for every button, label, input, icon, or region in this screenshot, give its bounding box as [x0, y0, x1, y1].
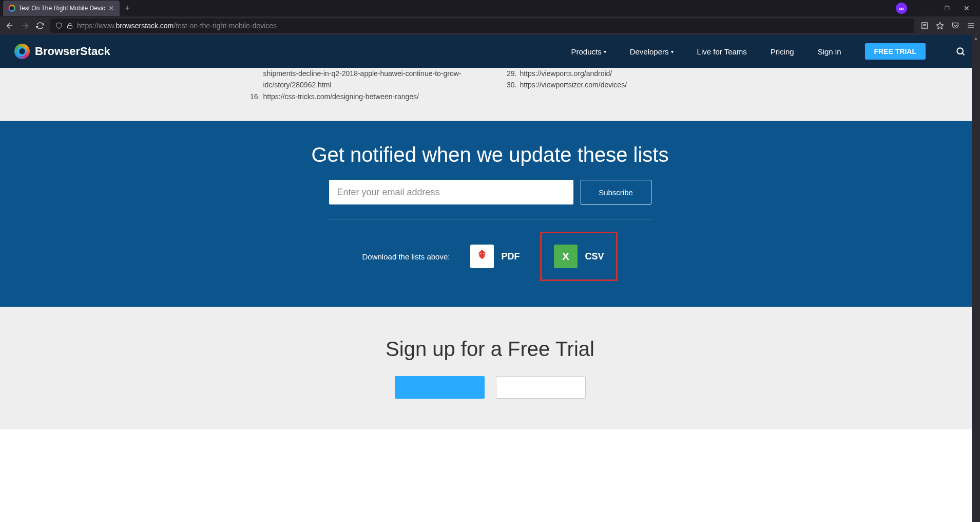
reference-item: 30. https://viewportsizer.com/devices/: [506, 79, 732, 90]
csv-icon: X: [554, 245, 578, 268]
minimize-icon[interactable]: —: [923, 5, 933, 11]
signup-secondary-button[interactable]: [496, 376, 586, 399]
email-input[interactable]: [329, 180, 573, 204]
nav-developers[interactable]: Developers▾: [630, 47, 674, 56]
site-header: BrowserStack Products▾ Developers▾ Live …: [0, 35, 980, 68]
svg-point-9: [957, 48, 963, 54]
close-window-icon[interactable]: ✕: [962, 4, 972, 12]
notify-heading: Get notified when we update these lists: [0, 143, 980, 166]
reference-link[interactable]: https://css-tricks.com/designing-between…: [263, 91, 419, 102]
maximize-icon[interactable]: ❐: [942, 5, 952, 12]
nav-live-teams[interactable]: Live for Teams: [697, 47, 747, 56]
page-content: BrowserStack Products▾ Developers▾ Live …: [0, 35, 980, 522]
pocket-icon[interactable]: [951, 22, 959, 30]
subscribe-button[interactable]: Subscribe: [581, 180, 651, 204]
lock-icon: [67, 23, 73, 29]
nav-right: [920, 22, 975, 30]
scrollbar[interactable]: ▲: [972, 35, 980, 522]
tab-favicon-icon: [8, 5, 15, 12]
extension-icon[interactable]: ∞: [896, 3, 907, 14]
reference-link[interactable]: shipments-decline-in-q2-2018-apple-huawe…: [263, 68, 475, 91]
svg-line-10: [963, 53, 965, 55]
url-bar[interactable]: https://www.browserstack.com/test-on-the…: [50, 18, 914, 33]
nav-products[interactable]: Products▾: [571, 47, 606, 56]
reference-item: 16. https://css-tricks.com/designing-bet…: [249, 91, 475, 102]
chevron-down-icon: ▾: [671, 49, 674, 54]
url-text: https://www.browserstack.com/test-on-the…: [77, 22, 277, 30]
reference-item: 29. https://viewports.org/android/: [506, 68, 732, 79]
nav-pricing[interactable]: Pricing: [771, 47, 794, 56]
logo[interactable]: BrowserStack: [14, 44, 110, 59]
tab-bar: Test On The Right Mobile Devic ✕ + ∞ — ❐…: [0, 0, 980, 16]
references-section: shipments-decline-in-q2-2018-apple-huawe…: [0, 68, 980, 121]
bookmark-icon[interactable]: [936, 22, 944, 30]
svg-rect-0: [68, 26, 72, 29]
forward-button[interactable]: [21, 21, 30, 30]
back-button[interactable]: [5, 21, 14, 30]
download-label: Download the lists above:: [362, 252, 450, 261]
close-tab-icon[interactable]: ✕: [108, 4, 114, 12]
shield-icon: [55, 22, 63, 29]
notify-form: Subscribe: [0, 180, 980, 204]
menu-icon[interactable]: [967, 22, 975, 30]
tab-title: Test On The Right Mobile Devic: [18, 5, 105, 12]
new-tab-button[interactable]: +: [125, 3, 130, 14]
download-row: Download the lists above: PDF X CSV: [0, 232, 980, 281]
search-icon[interactable]: [955, 46, 966, 57]
nav-menu: Products▾ Developers▾ Live for Teams Pri…: [571, 43, 966, 60]
nav-sign-in[interactable]: Sign in: [818, 47, 841, 56]
reload-button[interactable]: [36, 22, 44, 30]
svg-marker-5: [936, 22, 943, 29]
free-trial-button[interactable]: FREE TRIAL: [865, 43, 926, 60]
browser-tab[interactable]: Test On The Right Mobile Devic ✕: [3, 1, 120, 16]
signup-heading: Sign up for a Free Trial: [0, 338, 980, 361]
references-right-col: 29. https://viewports.org/android/ 30. h…: [506, 68, 732, 102]
reader-icon[interactable]: [920, 22, 929, 30]
download-csv-button[interactable]: X CSV: [540, 232, 618, 281]
window-controls: ∞ — ❐ ✕: [896, 3, 980, 14]
reference-link[interactable]: https://viewports.org/android/: [520, 68, 612, 79]
divider: [329, 219, 652, 219]
references-left-col: shipments-decline-in-q2-2018-apple-huawe…: [249, 68, 475, 102]
reference-link[interactable]: https://viewportsizer.com/devices/: [520, 79, 627, 90]
pdf-label: PDF: [501, 251, 520, 262]
svg-text:X: X: [562, 250, 569, 262]
chevron-down-icon: ▾: [604, 49, 606, 54]
nav-bar: https://www.browserstack.com/test-on-the…: [0, 16, 980, 35]
download-pdf-button[interactable]: PDF: [470, 245, 520, 268]
csv-label: CSV: [585, 251, 604, 262]
reference-item: shipments-decline-in-q2-2018-apple-huawe…: [249, 68, 475, 91]
signup-section: Sign up for a Free Trial: [0, 307, 980, 430]
scroll-up-icon[interactable]: ▲: [972, 35, 980, 42]
browser-chrome: Test On The Right Mobile Devic ✕ + ∞ — ❐…: [0, 0, 980, 35]
pdf-icon: [470, 245, 494, 268]
signup-primary-button[interactable]: [395, 376, 485, 399]
signup-buttons: [0, 376, 980, 399]
notify-section: Get notified when we update these lists …: [0, 121, 980, 307]
logo-icon: [14, 44, 30, 59]
logo-text: BrowserStack: [35, 45, 110, 58]
